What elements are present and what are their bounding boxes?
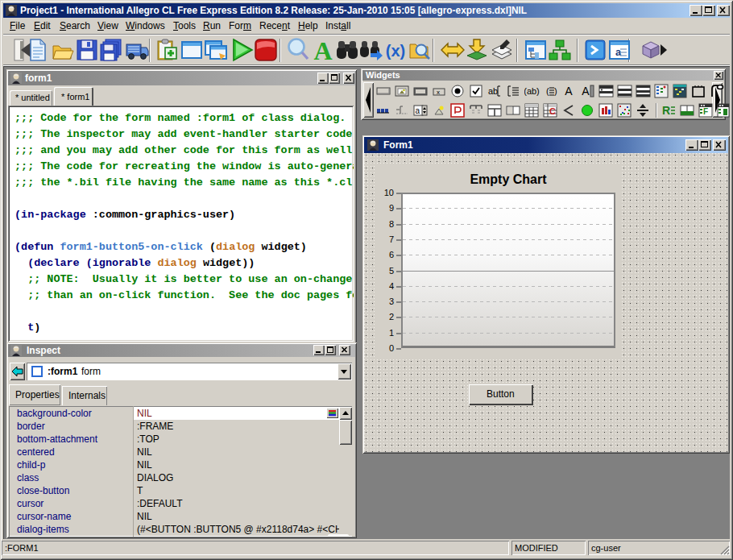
svg-text:R: R <box>662 104 670 117</box>
svg-text:(ab): (ab) <box>524 86 540 96</box>
svg-text:(x): (x) <box>386 42 405 60</box>
svg-text:F: F <box>703 107 708 116</box>
svg-text:a: a <box>416 106 420 115</box>
svg-text:A: A <box>565 85 573 97</box>
svg-text:C: C <box>549 106 556 116</box>
svg-text:): ) <box>554 86 557 96</box>
svg-text:ab: ab <box>488 86 498 96</box>
svg-text:x: x <box>437 89 440 96</box>
svg-text:A: A <box>313 38 332 62</box>
svg-text:(: ( <box>546 86 549 96</box>
svg-text:A: A <box>582 85 590 97</box>
